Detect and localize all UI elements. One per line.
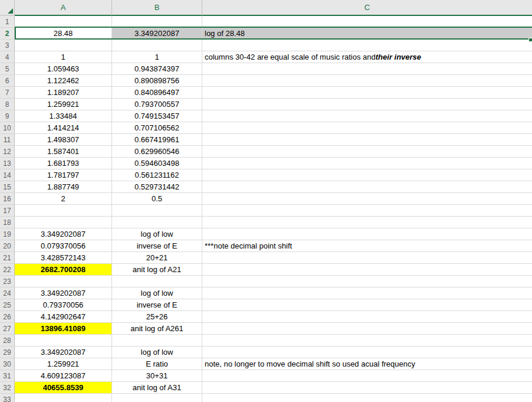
column-header-c[interactable]: C [202, 0, 532, 16]
cell-C13[interactable] [202, 158, 532, 169]
cell-C11[interactable] [202, 134, 532, 146]
cell-B6[interactable]: 0.890898756 [112, 75, 202, 87]
cell-C32[interactable] [202, 382, 532, 394]
row-header-11[interactable]: 11 [0, 134, 15, 146]
cell-A8[interactable]: 1.259921 [15, 99, 112, 110]
row-header-17[interactable]: 17 [0, 205, 15, 217]
cell-B16[interactable]: 0.5 [112, 193, 202, 205]
cell-B22[interactable]: anit log of A21 [112, 264, 202, 276]
cell-A30[interactable]: 1.259921 [15, 358, 112, 370]
row-header-30[interactable]: 30 [0, 358, 15, 370]
row-header-27[interactable]: 27 [0, 323, 15, 335]
row-header-25[interactable]: 25 [0, 299, 15, 311]
cell-C12[interactable] [202, 146, 532, 158]
cell-B13[interactable]: 0.594603498 [112, 158, 202, 169]
row-header-3[interactable]: 3 [0, 40, 15, 51]
cell-C29[interactable] [202, 347, 532, 358]
cell-C1[interactable] [202, 16, 532, 28]
row-header-18[interactable]: 18 [0, 217, 15, 228]
cell-C5[interactable] [202, 63, 532, 75]
cell-A25[interactable]: 0.79370056 [15, 299, 112, 311]
row-header-26[interactable]: 26 [0, 311, 15, 323]
cell-A15[interactable]: 1.887749 [15, 181, 112, 193]
cell-A2[interactable]: 28.48 [15, 28, 112, 40]
cell-A5[interactable]: 1.059463 [15, 63, 112, 75]
row-header-20[interactable]: 20 [0, 240, 15, 252]
cell-A24[interactable]: 3.349202087 [15, 287, 112, 299]
cell-A11[interactable]: 1.498307 [15, 134, 112, 146]
cell-C28[interactable] [202, 335, 532, 347]
row-header-23[interactable]: 23 [0, 276, 15, 287]
cell-C27[interactable] [202, 323, 532, 335]
row-header-5[interactable]: 5 [0, 63, 15, 75]
cell-B5[interactable]: 0.943874397 [112, 63, 202, 75]
column-header-b[interactable]: B [112, 0, 202, 16]
cell-C22[interactable] [202, 264, 532, 276]
cell-B20[interactable]: inverse of E [112, 240, 202, 252]
cell-A33[interactable] [15, 394, 112, 402]
cell-C23[interactable] [202, 276, 532, 287]
cell-C7[interactable] [202, 87, 532, 99]
cell-A21[interactable]: 3.428572143 [15, 252, 112, 264]
cell-C17[interactable] [202, 205, 532, 217]
cell-B24[interactable]: log of low [112, 287, 202, 299]
cell-C14[interactable] [202, 169, 532, 181]
cell-A12[interactable]: 1.587401 [15, 146, 112, 158]
cell-A6[interactable]: 1.122462 [15, 75, 112, 87]
row-header-31[interactable]: 31 [0, 370, 15, 382]
cell-A1[interactable] [15, 16, 112, 28]
cell-A3[interactable] [15, 40, 112, 51]
fill-handle[interactable] [528, 38, 532, 41]
cell-A31[interactable]: 4.609123087 [15, 370, 112, 382]
row-header-13[interactable]: 13 [0, 158, 15, 169]
cell-C25[interactable] [202, 299, 532, 311]
cell-B18[interactable] [112, 217, 202, 228]
cell-A27[interactable]: 13896.41089 [15, 323, 112, 335]
cell-B21[interactable]: 20+21 [112, 252, 202, 264]
cell-C4[interactable]: columns 30-42 are equal scale of music r… [202, 51, 532, 63]
cell-A17[interactable] [15, 205, 112, 217]
cell-A19[interactable]: 3.349202087 [15, 228, 112, 240]
cell-B19[interactable]: log of low [112, 228, 202, 240]
cell-A10[interactable]: 1.414214 [15, 122, 112, 134]
cell-C15[interactable] [202, 181, 532, 193]
cell-A16[interactable]: 2 [15, 193, 112, 205]
cell-C16[interactable] [202, 193, 532, 205]
cell-A32[interactable]: 40655.8539 [15, 382, 112, 394]
cell-A4[interactable]: 1 [15, 51, 112, 63]
cell-C30[interactable]: note, no longer to move decimal shift so… [202, 358, 532, 370]
cell-A28[interactable] [15, 335, 112, 347]
cell-B4[interactable]: 1 [112, 51, 202, 63]
cell-C21[interactable] [202, 252, 532, 264]
row-header-8[interactable]: 8 [0, 99, 15, 110]
row-header-9[interactable]: 9 [0, 110, 15, 122]
row-header-10[interactable]: 10 [0, 122, 15, 134]
cell-B27[interactable]: anit log of A261 [112, 323, 202, 335]
row-header-12[interactable]: 12 [0, 146, 15, 158]
cell-C9[interactable] [202, 110, 532, 122]
row-header-14[interactable]: 14 [0, 169, 15, 181]
cell-C20[interactable]: ***note decimal point shift [202, 240, 532, 252]
cell-B11[interactable]: 0.667419961 [112, 134, 202, 146]
cell-C26[interactable] [202, 311, 532, 323]
row-header-21[interactable]: 21 [0, 252, 15, 264]
cell-B31[interactable]: 30+31 [112, 370, 202, 382]
cell-A20[interactable]: 0.079370056 [15, 240, 112, 252]
cell-B14[interactable]: 0.561231162 [112, 169, 202, 181]
cell-B28[interactable] [112, 335, 202, 347]
row-header-28[interactable]: 28 [0, 335, 15, 347]
cell-B9[interactable]: 0.749153457 [112, 110, 202, 122]
cell-A23[interactable] [15, 276, 112, 287]
cell-C10[interactable] [202, 122, 532, 134]
cell-B30[interactable]: E ratio [112, 358, 202, 370]
cell-C31[interactable] [202, 370, 532, 382]
cell-C24[interactable] [202, 287, 532, 299]
cell-A22[interactable]: 2682.700208 [15, 264, 112, 276]
cell-A29[interactable]: 3.349202087 [15, 347, 112, 358]
cell-B29[interactable]: log of low [112, 347, 202, 358]
cell-C19[interactable] [202, 228, 532, 240]
row-header-4[interactable]: 4 [0, 51, 15, 63]
row-header-19[interactable]: 19 [0, 228, 15, 240]
row-header-32[interactable]: 32 [0, 382, 15, 394]
cell-B33[interactable] [112, 394, 202, 402]
